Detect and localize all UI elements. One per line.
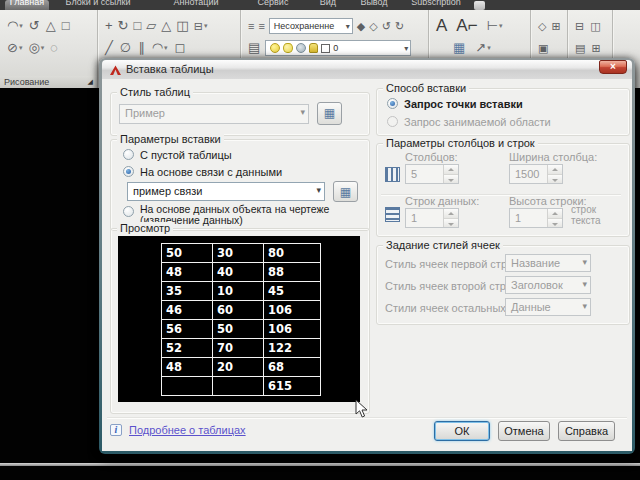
erase-icon[interactable]: ╱ [105, 41, 113, 55]
tab-home[interactable]: Главная [5, 0, 49, 10]
ellipse-icon[interactable]: ◎ [28, 41, 44, 55]
preview-cell [213, 377, 264, 396]
preview-cell: 56 [162, 320, 213, 339]
table-icon[interactable]: ▦ [453, 41, 465, 55]
stretch-icon[interactable]: ◫ [176, 19, 188, 33]
radio-object-data-label: На основе данных объекта на чертеже (изв… [140, 204, 368, 226]
radio-data-link[interactable] [123, 166, 134, 177]
layer-dropdown[interactable]: 0 ▾ [265, 40, 411, 56]
preview-row: 351045 [162, 282, 321, 301]
preview-cell: 122 [264, 339, 321, 358]
array-icon[interactable]: ⊟ [194, 19, 208, 33]
group-insertion-behavior-label: Способ вставки [383, 82, 469, 94]
dialog-titlebar[interactable]: Вставка таблицы × [102, 60, 632, 79]
dimension-icon[interactable]: ⊢ [487, 19, 503, 33]
cancel-button[interactable]: Отмена [498, 421, 550, 441]
layer-state-dropdown[interactable]: Несохраненне ▾ [269, 18, 353, 34]
ribbon-extra-icon[interactable] [474, 1, 485, 10]
first-row-style-select: Название ▾ [505, 254, 591, 272]
spline-icon[interactable]: ↺ [29, 19, 40, 33]
learn-about-tables-link[interactable]: Подробнее о таблицах [129, 424, 246, 436]
preview-cell: 48 [162, 263, 213, 282]
row-height-value: 1 [510, 209, 547, 227]
layer-unisolate-icon[interactable]: ◇ [369, 19, 377, 33]
block-editor-icon[interactable]: ▣ [538, 41, 548, 55]
radio-insertion-point[interactable] [387, 98, 398, 109]
fillet-icon[interactable]: ◠ [152, 41, 168, 55]
arc-icon[interactable]: ◠ [7, 19, 23, 33]
preview-row: 4660106 [162, 301, 321, 320]
tab-subscription[interactable]: Subscription [404, 0, 468, 10]
tab-tools[interactable]: Сервис [248, 0, 298, 10]
group-insert-options: Параметры вставки С пустой таблицы На ос… [110, 139, 370, 231]
preview-row: 5650106 [162, 320, 321, 339]
ok-button[interactable]: ОК [434, 421, 490, 441]
tab-subscription-label: Subscription [404, 0, 468, 7]
group-columns-rows: Параметры столбцов и строк Столбцов: 5 Ш… [376, 143, 630, 237]
data-link-select[interactable]: пример связи ▾ [127, 182, 325, 201]
viewport-split-icon[interactable]: ◫ [590, 19, 600, 33]
explode-icon[interactable]: ∅ [120, 41, 131, 55]
create-block-icon[interactable]: ⊞ [551, 19, 560, 33]
preview-cell: 10 [213, 282, 264, 301]
first-row-style-value: Название [511, 257, 560, 269]
layer-properties-icon[interactable]: ▤ [248, 41, 260, 55]
rotate-icon[interactable]: ↻ [118, 19, 129, 33]
group-insert-options-label: Параметры вставки [117, 133, 224, 145]
launch-table-style-dialog-button[interactable]: ▦ [317, 102, 342, 125]
row-height-stepper: 1 [509, 208, 563, 228]
tab-blocks-references[interactable]: Блоки и ссылки [56, 0, 140, 10]
scale-icon[interactable]: ▱ [146, 19, 156, 33]
tab-output[interactable]: Вывод [352, 0, 396, 10]
tab-view[interactable]: Вид [312, 0, 344, 10]
revision-cloud-icon[interactable]: ◌ [50, 41, 58, 55]
rectangle-icon[interactable]: □ [62, 19, 70, 33]
columns-stepper: 5 [405, 164, 459, 184]
layer-isolate-icon[interactable]: ◆ [357, 19, 365, 33]
table-style-select: Пример ▾ [119, 104, 309, 124]
mouse-cursor [355, 399, 369, 419]
insert-block-icon[interactable]: ◇ [538, 19, 546, 33]
layer-color-swatch [321, 44, 330, 53]
viewport-single-icon[interactable]: ⊟ [575, 19, 584, 33]
columns-label: Столбцов: [405, 151, 458, 163]
viewport-stack-icon[interactable]: ▤ [575, 41, 585, 55]
radio-empty-table-label: С пустой таблицы [140, 149, 232, 161]
copy-icon[interactable]: □ [134, 19, 142, 33]
close-icon[interactable]: × [599, 60, 627, 74]
chevron-down-icon: ▾ [300, 107, 305, 117]
layer-off-icon[interactable]: ↻ [395, 19, 404, 33]
spin-down-icon [444, 219, 458, 228]
viewport-grid-icon[interactable]: ⊞ [591, 41, 600, 55]
layer-state-icon[interactable]: ≡ [248, 19, 254, 33]
group-table-style-label: Стиль таблиц [117, 86, 193, 98]
multileader-icon[interactable]: ↗ [475, 41, 490, 55]
trim-icon[interactable]: ∥ [138, 41, 145, 55]
preview-row: 503080 [162, 244, 321, 263]
tab-output-label: Вывод [352, 0, 396, 7]
radio-empty-table[interactable] [123, 149, 134, 160]
polygon-icon[interactable]: △ [46, 19, 56, 33]
preview-row: 615 [162, 377, 321, 396]
draw-panel-title[interactable]: Рисование ◢ [0, 76, 97, 88]
join-icon[interactable]: ◻ [175, 41, 186, 55]
move-icon[interactable]: + [105, 19, 113, 33]
layer-freeze-icon[interactable]: ↺ [382, 19, 391, 33]
data-link-manager-button[interactable]: ▦ [333, 181, 358, 202]
mtext-icon[interactable]: A [436, 19, 447, 33]
group-preview: Просмотр 5030804840883510454660106565010… [110, 228, 370, 414]
radio-object-data[interactable] [123, 206, 134, 217]
other-rows-style-select: Данные ▾ [505, 298, 591, 316]
second-row-style-select: Заголовок ▾ [505, 276, 591, 294]
preview-canvas: 5030804840883510454660106565010652701224… [118, 236, 360, 402]
row-height-suffix: строк текста [571, 204, 613, 226]
table-style-edit-icon: ▦ [324, 106, 335, 120]
layer-vp-icon [296, 43, 306, 53]
circle-icon[interactable]: ⊘ [7, 41, 22, 55]
help-button[interactable]: Справка [558, 421, 615, 441]
tab-annotations[interactable]: Аннотации [163, 0, 229, 10]
layer-state-save-icon[interactable]: ≡ [258, 19, 264, 33]
mirror-icon[interactable]: △ [161, 19, 171, 33]
preview-cell: 46 [162, 301, 213, 320]
text-style-icon[interactable]: A⌐ [456, 19, 477, 33]
